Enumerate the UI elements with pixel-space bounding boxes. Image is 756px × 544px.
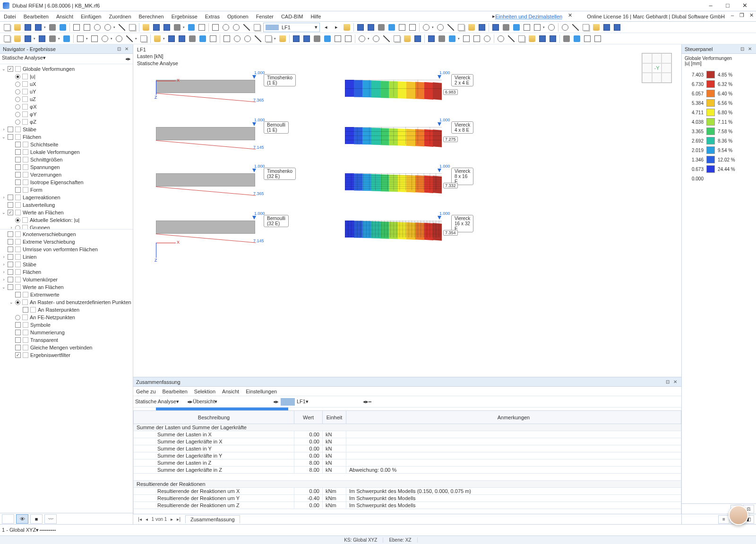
tree-item[interactable]: |u| <box>8 73 133 80</box>
tool-button-47[interactable] <box>548 34 558 43</box>
tool-button-15[interactable] <box>172 23 182 32</box>
summary-combo-view[interactable]: Übersicht▾ <box>193 399 273 405</box>
tool-button-30[interactable] <box>357 34 367 43</box>
nav-tab-1[interactable] <box>2 514 14 524</box>
tree-item[interactable]: Isotrope Eigenschaften <box>8 178 133 186</box>
tree-item[interactable]: Lokale Verformungen <box>8 148 133 156</box>
radio[interactable] <box>15 300 20 305</box>
tool-button-1[interactable] <box>13 23 22 32</box>
tree-item[interactable]: φZ <box>8 118 133 126</box>
tool-button-45[interactable] <box>527 34 537 43</box>
tool-button-6[interactable] <box>76 34 85 43</box>
menu-hilfe[interactable]: Hilfe <box>307 11 325 21</box>
checkbox[interactable] <box>15 142 21 147</box>
checkbox[interactable] <box>15 345 21 350</box>
bottom-tool-49[interactable] <box>55 530 56 531</box>
tool-button-49[interactable] <box>572 34 582 43</box>
checkbox[interactable] <box>15 337 21 343</box>
checkbox[interactable] <box>15 322 21 328</box>
menu-optionen[interactable]: Optionen <box>223 11 252 21</box>
tree-item[interactable]: ›Flächen <box>0 268 133 276</box>
radio[interactable] <box>15 119 20 125</box>
checkbox[interactable] <box>15 157 21 162</box>
tool-button-33[interactable] <box>456 23 466 32</box>
menu-cad-bim[interactable]: CAD-BIM <box>277 11 307 21</box>
tool-button-24[interactable] <box>292 34 301 43</box>
tree-item[interactable]: Schnittgrößen <box>8 156 133 163</box>
checkbox[interactable] <box>15 292 21 298</box>
tool-button-35[interactable] <box>413 34 422 43</box>
tool-button-42[interactable] <box>496 34 506 43</box>
tool-button-46[interactable] <box>538 34 547 43</box>
tool-button-18[interactable] <box>222 34 232 43</box>
checkbox[interactable] <box>8 195 13 200</box>
panel-close-icon[interactable]: ✕ <box>123 46 130 52</box>
tool-button-42[interactable] <box>560 23 570 32</box>
radio[interactable] <box>15 89 20 94</box>
tool-button-29[interactable] <box>344 34 353 43</box>
tool-button-0[interactable] <box>2 23 12 32</box>
checkbox[interactable] <box>15 164 21 170</box>
tool-button-20[interactable] <box>232 23 241 32</box>
menu-bearbeiten[interactable]: Bearbeiten <box>20 11 52 21</box>
pin-icon[interactable]: ⊡ <box>116 46 122 52</box>
tree-item[interactable]: φY <box>8 110 133 118</box>
tool-button-16[interactable] <box>198 34 207 43</box>
summary-menu-selektion[interactable]: Selektion <box>194 389 215 394</box>
checkbox[interactable] <box>8 246 13 252</box>
tool-button-21[interactable] <box>253 34 263 43</box>
tool-button-20[interactable] <box>243 34 252 43</box>
checkbox[interactable] <box>8 269 13 275</box>
tool-button-28[interactable] <box>333 34 343 43</box>
pager-prev[interactable]: ◂ <box>144 517 150 522</box>
tree-item[interactable]: An FE-Netzpunkten <box>8 314 133 321</box>
tool-button-26[interactable] <box>377 23 386 32</box>
tree-item[interactable]: uX <box>8 80 133 88</box>
tool-button-32[interactable] <box>382 34 391 43</box>
tool-button-3[interactable] <box>34 23 43 32</box>
pager-next[interactable]: ▸ <box>169 517 175 522</box>
load-next[interactable]: ▸ <box>332 23 341 32</box>
maximize-button[interactable]: □ <box>719 0 736 11</box>
tool-button-41[interactable] <box>547 23 556 32</box>
summary-menu-ansicht[interactable]: Ansicht <box>222 389 239 394</box>
tree-item[interactable]: Spannungen <box>8 163 133 171</box>
nav-cube[interactable]: -Y <box>642 53 672 83</box>
mdi-close-icon[interactable]: ✕ <box>747 11 755 19</box>
tree-item[interactable]: Symbole <box>8 321 133 329</box>
tool-button-9[interactable] <box>114 34 124 43</box>
steuer-tab-3[interactable]: ≡ <box>718 515 730 524</box>
tree-item[interactable]: ⌄Flächen <box>0 133 133 141</box>
tool-button-10[interactable] <box>125 34 134 43</box>
panel-close-icon[interactable]: ✕ <box>672 379 679 385</box>
checkbox[interactable] <box>15 172 21 178</box>
checkbox[interactable] <box>15 187 21 193</box>
tool-button-27[interactable] <box>323 34 332 43</box>
tool-button-47[interactable] <box>612 23 622 32</box>
tool-button-31[interactable] <box>371 34 381 43</box>
tool-button-40[interactable] <box>533 23 542 32</box>
tool-button-33[interactable] <box>392 34 402 43</box>
tool-button-43[interactable] <box>507 34 516 43</box>
tree-item[interactable]: Extremwerte <box>8 291 133 298</box>
tool-button-22[interactable] <box>264 34 273 43</box>
summary-combo-load[interactable]: LF1▾ <box>297 399 363 405</box>
tree-item[interactable]: φX <box>8 103 133 110</box>
tool-button-21[interactable] <box>242 23 251 32</box>
tree-item[interactable]: ›Gruppen <box>8 224 133 230</box>
radio[interactable] <box>15 97 20 102</box>
nav-tab-3[interactable]: ■ <box>30 514 43 524</box>
tool-button-9[interactable] <box>103 23 112 32</box>
coord-system-combo[interactable]: 1 - Global XYZ▾ <box>2 527 40 533</box>
model-view[interactable]: LF1 Lasten [kN] Statische Analyse -Y 1.0… <box>133 44 681 377</box>
tool-button-14[interactable] <box>162 23 172 32</box>
tool-button-34[interactable] <box>403 34 412 43</box>
checkbox[interactable] <box>8 66 13 72</box>
tool-button-5[interactable] <box>58 23 68 32</box>
tool-button-51[interactable] <box>593 34 602 43</box>
nav-next-icon[interactable]: ▸ <box>128 56 131 62</box>
minimize-button[interactable]: – <box>702 0 719 11</box>
tree-item[interactable]: An Rasterpunkten <box>15 306 133 314</box>
menu-berechnen[interactable]: Berechnen <box>135 11 168 21</box>
mdi-restore-icon[interactable]: ❐ <box>738 11 746 19</box>
